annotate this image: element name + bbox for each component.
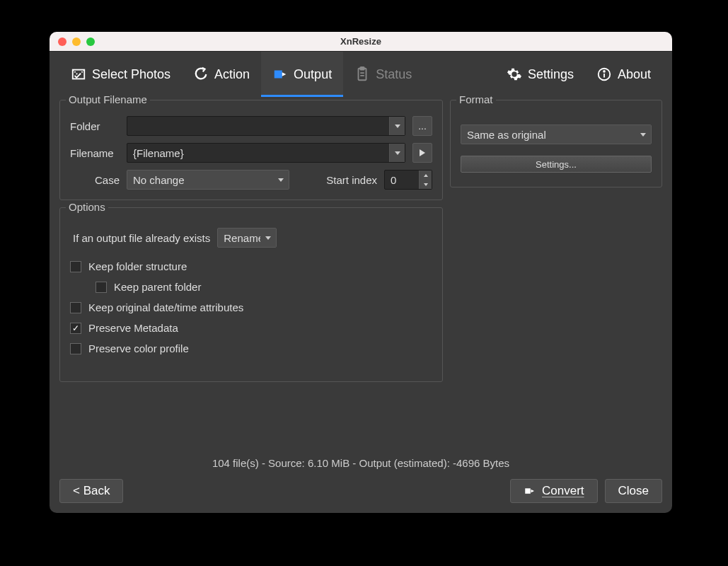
action-icon	[193, 67, 209, 82]
checkbox-label: Keep parent folder	[114, 281, 201, 293]
stepper-down-icon[interactable]	[420, 180, 432, 189]
chevron-down-icon	[273, 171, 289, 189]
preserve-metadata-checkbox[interactable]	[70, 323, 81, 334]
tab-label: Output	[294, 67, 332, 82]
chevron-down-icon	[389, 144, 405, 162]
status-icon	[354, 67, 370, 82]
maximize-window-icon[interactable]	[86, 37, 95, 46]
window-controls	[58, 37, 95, 46]
back-button[interactable]: < Back	[59, 479, 123, 503]
group-title: Format	[456, 93, 496, 105]
status-text: 104 file(s) - Source: 6.10 MiB - Output …	[50, 450, 672, 473]
chevron-down-icon	[260, 229, 276, 247]
footer: < Back Convert Close	[50, 473, 672, 513]
exists-combo[interactable]: Rename	[217, 228, 277, 248]
filename-label: Filename	[70, 147, 120, 159]
folder-label: Folder	[70, 120, 120, 132]
tab-action[interactable]: Action	[182, 52, 261, 97]
checkbox-label: Keep original date/time attributes	[88, 301, 243, 313]
stepper-up-icon[interactable]	[420, 171, 432, 180]
exists-value: Rename	[224, 232, 264, 244]
start-index-spinner[interactable]: 0	[384, 170, 432, 190]
start-index-value: 0	[391, 174, 396, 186]
gear-icon	[507, 67, 522, 82]
convert-icon	[524, 485, 536, 497]
format-value: Same as original	[467, 129, 546, 141]
filename-token-button[interactable]	[412, 143, 432, 163]
svg-rect-3	[360, 67, 364, 70]
exists-label: If an output file already exists	[73, 232, 210, 244]
svg-rect-0	[73, 70, 85, 79]
keep-folder-structure-checkbox[interactable]	[70, 261, 81, 272]
convert-button[interactable]: Convert	[510, 479, 598, 503]
format-combo[interactable]: Same as original	[461, 125, 652, 144]
close-window-icon[interactable]	[58, 37, 67, 46]
tab-settings[interactable]: Settings	[495, 52, 585, 97]
output-filename-group: Output Filename Folder ... Filename {Fil…	[59, 100, 443, 200]
tab-about[interactable]: About	[585, 52, 662, 97]
checkbox-label: Preserve color profile	[88, 342, 189, 354]
content-area: Output Filename Folder ... Filename {Fil…	[50, 97, 672, 450]
tab-label: About	[618, 67, 651, 82]
tab-output[interactable]: Output	[261, 52, 343, 97]
group-title: Options	[66, 201, 108, 213]
chevron-down-icon	[389, 117, 405, 135]
svg-point-8	[603, 71, 605, 72]
filename-value: {Filename}	[133, 147, 184, 159]
tab-label: Select Photos	[92, 67, 171, 82]
start-index-label: Start index	[326, 174, 377, 186]
ellipsis-icon: ...	[418, 120, 427, 132]
group-title: Output Filename	[66, 93, 150, 105]
case-label: Case	[70, 174, 120, 186]
info-icon	[596, 67, 612, 82]
titlebar: XnResize	[50, 32, 672, 52]
case-combo[interactable]: No change	[127, 170, 289, 190]
tab-bar: Select Photos Action Output Status Sett	[50, 52, 672, 97]
keep-parent-folder-checkbox[interactable]	[96, 282, 107, 293]
tab-label: Action	[214, 67, 250, 82]
tab-label: Settings	[528, 67, 574, 82]
chevron-down-icon	[635, 125, 651, 144]
format-group: Format Same as original Settings...	[450, 100, 662, 187]
tab-label: Status	[376, 67, 412, 82]
checkbox-label: Keep folder structure	[88, 260, 187, 272]
select-photos-icon	[71, 67, 86, 82]
output-icon	[272, 67, 288, 82]
browse-folder-button[interactable]: ...	[412, 116, 432, 136]
folder-combo[interactable]	[127, 116, 405, 136]
minimize-window-icon[interactable]	[72, 37, 81, 46]
keep-datetime-checkbox[interactable]	[70, 302, 81, 313]
close-button[interactable]: Close	[605, 479, 662, 503]
filename-combo[interactable]: {Filename}	[127, 143, 405, 163]
case-value: No change	[133, 174, 185, 186]
app-window: XnResize Select Photos Action Output Sta…	[50, 32, 672, 513]
window-title: XnResize	[50, 36, 672, 47]
tab-status[interactable]: Status	[343, 52, 423, 97]
svg-rect-1	[275, 71, 282, 79]
tab-select-photos[interactable]: Select Photos	[59, 52, 182, 97]
options-group: Options If an output file already exists…	[59, 207, 443, 382]
preserve-color-profile-checkbox[interactable]	[70, 343, 81, 354]
format-settings-button[interactable]: Settings...	[461, 156, 652, 173]
checkbox-label: Preserve Metadata	[88, 322, 178, 334]
svg-rect-9	[525, 488, 531, 494]
